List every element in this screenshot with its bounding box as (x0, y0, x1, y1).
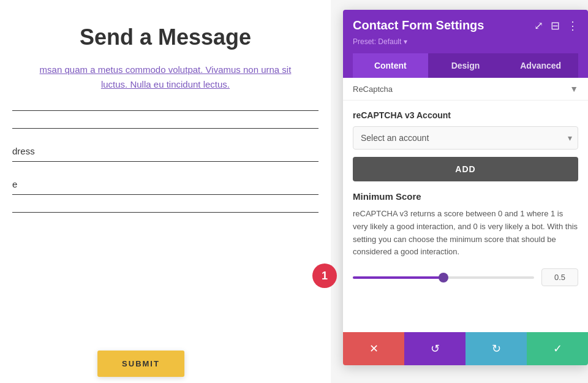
settings-panel: Contact Form Settings ⤢ ⊟ ⋮ Preset: Defa… (343, 10, 588, 365)
account-select[interactable]: Select an account (353, 126, 578, 150)
form-label-address: dress (12, 146, 318, 156)
settings-header: Contact Form Settings ⤢ ⊟ ⋮ Preset: Defa… (343, 10, 588, 78)
form-line-1 (12, 110, 318, 111)
recaptcha-type-label: ReCaptcha (353, 85, 393, 94)
slider-row: 0.5 (353, 268, 578, 286)
redo-button[interactable]: ↻ (466, 332, 527, 365)
form-label-e: e (12, 179, 318, 189)
minimum-score-description: reCAPTCHA v3 returns a score between 0 a… (353, 208, 578, 259)
layout-icon[interactable]: ⊟ (551, 19, 560, 32)
form-line-4 (12, 194, 318, 195)
settings-header-top: Contact Form Settings ⤢ ⊟ ⋮ (353, 18, 578, 32)
add-button[interactable]: ADD (353, 157, 578, 181)
submit-button[interactable]: SUBMIT (97, 351, 184, 377)
recaptcha-type-row: ReCaptcha ▼ (343, 78, 588, 100)
recaptcha-account-label: reCAPTCHA v3 Account (353, 110, 578, 120)
form-field-e: e (12, 179, 318, 195)
tab-design[interactable]: Design (428, 53, 503, 78)
preset-label[interactable]: Preset: Default ▾ (353, 37, 578, 46)
content-inner: reCAPTCHA v3 Account Select an account ▾… (343, 110, 588, 296)
action-bar: ✕ ↺ ↻ ✓ (343, 332, 588, 365)
expand-icon[interactable]: ⤢ (534, 19, 543, 32)
tab-advanced[interactable]: Advanced (503, 53, 578, 78)
save-button[interactable]: ✓ (527, 332, 588, 365)
slider-fill (353, 276, 443, 279)
form-desc-line1: msan quam a metus commodo volutpat. Viva… (40, 64, 292, 75)
form-fields: dress e (0, 110, 331, 230)
settings-content[interactable]: ReCaptcha ▼ reCAPTCHA v3 Account Select … (343, 78, 588, 365)
form-area: Send a Message msan quam a metus commodo… (0, 0, 331, 383)
form-desc-line2: luctus. Nulla eu tincidunt lectus. (101, 79, 230, 89)
form-description: msan quam a metus commodo volutpat. Viva… (21, 63, 310, 92)
settings-title: Contact Form Settings (353, 18, 484, 32)
undo-button[interactable]: ↺ (404, 332, 466, 365)
account-select-wrapper: Select an account ▾ (353, 126, 578, 150)
more-icon[interactable]: ⋮ (567, 19, 578, 32)
recaptcha-type-arrow: ▼ (570, 84, 578, 94)
settings-header-icons: ⤢ ⊟ ⋮ (534, 19, 578, 32)
slider-track[interactable] (353, 276, 534, 279)
settings-tabs: Content Design Advanced (353, 53, 578, 78)
form-desc-underline: luctus. Nulla eu tincidunt lectus. (101, 79, 230, 89)
form-line-2 (12, 128, 318, 129)
cancel-button[interactable]: ✕ (343, 332, 404, 365)
form-line-5 (12, 212, 318, 213)
form-field-address: dress (12, 146, 318, 162)
form-title: Send a Message (80, 25, 251, 50)
tab-content[interactable]: Content (353, 53, 428, 78)
form-line-3 (12, 161, 318, 162)
slider-thumb[interactable] (439, 273, 448, 283)
slider-value: 0.5 (541, 268, 578, 286)
number-badge: 1 (312, 264, 337, 288)
submit-area: SUBMIT (97, 351, 184, 377)
minimum-score-title: Minimum Score (353, 191, 578, 202)
